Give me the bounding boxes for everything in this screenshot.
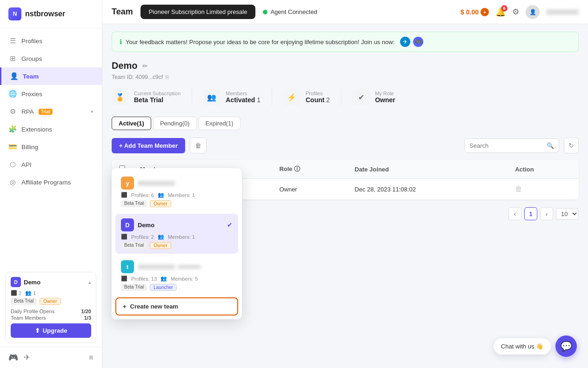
logo: N nstbrowser <box>0 0 102 28</box>
rpa-icon: ⚙ <box>8 107 17 116</box>
subscription-value: Beta Trial <box>134 96 180 104</box>
sidebar-item-rpa[interactable]: ⚙ RPA Trial ▾ <box>0 103 102 120</box>
team-dropdown: y ⬛ Profiles: 6 👥 Members: 1 Beta Trial … <box>112 168 242 319</box>
sidebar-item-proxies[interactable]: 🌐 Proxies <box>0 85 102 103</box>
sidebar-item-affiliate[interactable]: ◎ Affiliate Programs <box>0 173 102 191</box>
chat-button[interactable]: 💬 <box>555 335 577 357</box>
profiles-count-stat: ⚡ Profiles Count 2 <box>283 89 330 105</box>
stat-separator <box>192 89 192 105</box>
sidebar-item-groups[interactable]: ⊞ Groups <box>0 50 102 67</box>
profiles-label: Profiles <box>306 91 330 96</box>
chat-bubble: Chat with us 👋 <box>494 338 551 355</box>
notifications-button[interactable]: 🔔 6 <box>495 7 506 17</box>
dropdown-item-badges-t: Beta Trial Launcher <box>121 284 233 291</box>
profiles-icon-di2: ⬛ <box>121 234 127 240</box>
settings-icon[interactable]: ⚙ <box>512 7 519 17</box>
chat-icon: 💬 <box>561 341 572 352</box>
avatar[interactable]: 👤 <box>526 5 540 19</box>
sidebar-item-team[interactable]: 👤 Team <box>0 67 102 85</box>
dropdown-item-y[interactable]: y ⬛ Profiles: 6 👥 Members: 1 Beta Trial … <box>115 172 238 212</box>
profiles-meta: ⬛ 2 <box>11 290 21 296</box>
sidebar-bottom: 🎮 ✈ ≡ <box>0 347 102 368</box>
team-name-row: Demo ✏ <box>112 60 579 71</box>
team-panel-name: Demo <box>24 279 40 286</box>
my-role-stat: ✔ My Role Owner <box>353 89 395 105</box>
tab-pending[interactable]: Pending(0) <box>153 117 197 130</box>
team-avatar-d: D <box>121 218 134 231</box>
team-panel-chevron-icon[interactable]: ▴ <box>88 279 91 285</box>
my-role-label: My Role <box>375 91 395 96</box>
sidebar-item-profiles[interactable]: ☰ Profiles <box>0 32 102 50</box>
feedback-socials: ✈ 🎮 <box>400 37 423 47</box>
create-new-team-button[interactable]: + Create new team <box>115 297 238 315</box>
trial-badge: Trial <box>39 109 53 115</box>
presale-button[interactable]: Pioneer Subscription Limited presale <box>140 5 256 19</box>
delete-button[interactable]: 🗑 <box>190 138 207 153</box>
tab-expired[interactable]: Expired(1) <box>199 117 241 130</box>
profiles-count-icon: ⚡ <box>283 89 300 105</box>
upgrade-icon: ⬆ <box>35 327 40 334</box>
delete-row-icon[interactable]: 🗑 <box>515 185 522 193</box>
next-page-button[interactable]: › <box>540 207 553 220</box>
sidebar-item-billing[interactable]: 💳 Billing <box>0 138 102 156</box>
profiles-info: Profiles Count 2 <box>306 91 330 104</box>
di-subscription-badge-demo: Beta Trial <box>121 242 147 249</box>
team-name-demo: Demo <box>138 222 223 229</box>
dropdown-item-demo[interactable]: D Demo ✔ ⬛ Profiles: 2 👥 Members: 1 Beta… <box>115 214 238 254</box>
sidebar-item-label: Groups <box>21 55 42 62</box>
telegram-social-button[interactable]: ✈ <box>400 37 410 47</box>
subscription-icon: 🏅 <box>112 89 128 105</box>
page-title: Team <box>112 7 133 17</box>
refresh-button[interactable]: ↻ <box>564 138 579 153</box>
affiliate-icon: ◎ <box>8 178 17 186</box>
chat-widget: Chat with us 👋 💬 <box>494 335 577 357</box>
sidebar-item-label: API <box>21 161 32 168</box>
discord-social-button[interactable]: 🎮 <box>413 37 423 47</box>
team-icon: 👤 <box>10 72 18 80</box>
sidebar-stats: Daily Profile Opens 1/20 Team Members 1/… <box>11 309 91 321</box>
prev-page-button[interactable]: ‹ <box>508 207 521 220</box>
sidebar-item-label: Proxies <box>21 91 42 98</box>
sidebar-item-api[interactable]: ⬡ API <box>0 156 102 173</box>
team-panel-avatar: D <box>11 277 21 287</box>
edit-team-name-icon[interactable]: ✏ <box>142 62 148 70</box>
notif-count-badge: 6 <box>501 5 508 12</box>
members-meta: 👥 1 <box>25 290 36 296</box>
header: Team Pioneer Subscription Limited presal… <box>102 0 588 24</box>
upgrade-button[interactable]: ⬆ Upgrade <box>11 323 91 338</box>
subscription-label: Current Subscription <box>134 91 180 96</box>
team-id-row: Team ID: 4099...c9cf ⎘ <box>112 74 579 80</box>
add-balance-button[interactable]: + <box>481 8 489 16</box>
telegram-icon[interactable]: ✈ <box>24 353 30 362</box>
sidebar-item-extensions[interactable]: 🧩 Extensions <box>0 120 102 138</box>
team-avatar-y: y <box>121 177 134 190</box>
discord-icon[interactable]: 🎮 <box>8 353 18 362</box>
members-count-di3: Members: 5 <box>171 276 198 282</box>
dropdown-item-meta-demo: ⬛ Profiles: 2 👥 Members: 1 <box>121 234 233 240</box>
sidebar-settings-icon[interactable]: ≡ <box>89 353 94 362</box>
daily-profiles-value: 1/20 <box>81 309 91 314</box>
add-team-member-button[interactable]: + Add Team Member <box>112 138 185 153</box>
dropdown-item-badges-demo: Beta Trial Owner <box>121 242 233 249</box>
stat-separator-3 <box>341 89 341 105</box>
search-input[interactable] <box>469 139 544 152</box>
dropdown-item-t[interactable]: t ⬛ Profiles: 13 👥 Members: 5 Beta Trial… <box>115 256 238 296</box>
copy-icon[interactable]: ⎘ <box>166 74 169 80</box>
team-name-blur-t <box>138 264 175 269</box>
col-role: Role ⓘ <box>272 160 347 179</box>
selected-check-icon: ✔ <box>227 221 233 229</box>
sidebar: N nstbrowser ☰ Profiles ⊞ Groups 👤 Team … <box>0 0 102 368</box>
di-subscription-badge: Beta Trial <box>121 200 147 207</box>
main-content: Team Pioneer Subscription Limited presal… <box>102 0 588 368</box>
sidebar-item-label: RPA <box>21 108 34 115</box>
page-size-select[interactable]: 10 20 50 <box>556 208 579 220</box>
di-role-badge-demo: Owner <box>150 242 171 249</box>
chat-label: Chat with us 👋 <box>501 343 543 350</box>
daily-profiles-label: Daily Profile Opens <box>11 309 54 314</box>
dropdown-item-meta-t: ⬛ Profiles: 13 👥 Members: 5 <box>121 276 233 282</box>
page-1-button[interactable]: 1 <box>524 207 537 220</box>
dropdown-item-header-t: t <box>121 260 233 273</box>
profiles-icon-small: ⬛ <box>11 290 17 296</box>
team-sidebar-panel[interactable]: D Demo ▴ ⬛ 2 👥 1 Beta Trial Owner Daily … <box>6 272 96 343</box>
tab-active[interactable]: Active(1) <box>112 117 151 130</box>
